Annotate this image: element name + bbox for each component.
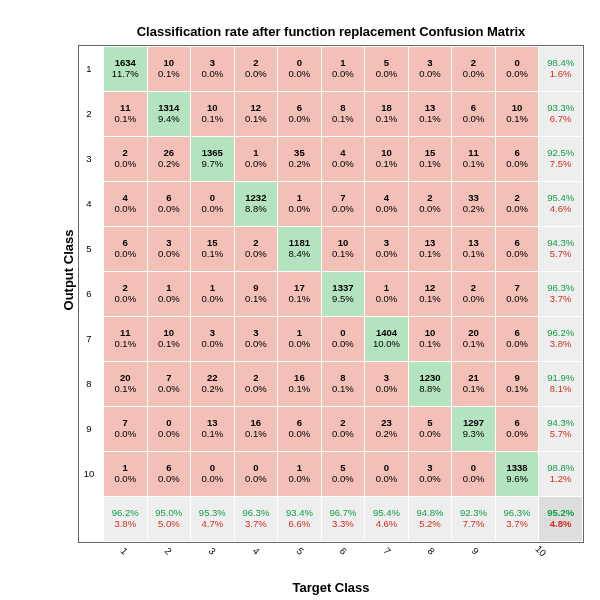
row-summary-cell: 93.3%6.7% [539, 92, 583, 137]
y-axis-label: Output Class [61, 230, 76, 311]
matrix-outer: 1163411.7%100.1%30.0%20.0%00.0%10.0%50.0… [78, 45, 584, 543]
row-summary-cell: 92.5%7.5% [539, 137, 583, 182]
off-diagonal-cell: 30.0% [191, 317, 235, 362]
row-summary-cell: 94.3%5.7% [539, 407, 583, 452]
off-diagonal-cell: 350.2% [278, 137, 322, 182]
off-diagonal-cell: 20.0% [104, 272, 148, 317]
off-diagonal-cell: 70.0% [321, 182, 365, 227]
off-diagonal-cell: 130.1% [408, 227, 452, 272]
row-summary-cell: 95.4%4.6% [539, 182, 583, 227]
y-tick: 2 [79, 92, 104, 137]
off-diagonal-cell: 130.1% [191, 407, 235, 452]
col-summary-cell: 96.3%3.7% [234, 497, 278, 542]
off-diagonal-cell: 60.0% [495, 317, 539, 362]
off-diagonal-cell: 110.1% [452, 137, 496, 182]
confusion-matrix-chart: Classification rate after function repla… [78, 24, 584, 595]
y-tick: 10 [79, 452, 104, 497]
y-tick: 6 [79, 272, 104, 317]
off-diagonal-cell: 130.1% [408, 92, 452, 137]
off-diagonal-cell: 100.1% [147, 47, 191, 92]
off-diagonal-cell: 120.1% [408, 272, 452, 317]
off-diagonal-cell: 60.0% [278, 92, 322, 137]
x-tick: 3 [190, 543, 234, 574]
off-diagonal-cell: 10.0% [321, 47, 365, 92]
off-diagonal-cell: 180.1% [365, 92, 409, 137]
off-diagonal-cell: 130.1% [452, 227, 496, 272]
off-diagonal-cell: 160.1% [234, 407, 278, 452]
off-diagonal-cell: 20.0% [234, 362, 278, 407]
off-diagonal-cell: 30.0% [191, 47, 235, 92]
y-tick: 4 [79, 182, 104, 227]
diagonal-cell: 12328.8% [234, 182, 278, 227]
x-tick-row: 12345678910 [78, 543, 584, 574]
off-diagonal-cell: 00.0% [452, 452, 496, 497]
off-diagonal-cell: 150.1% [408, 137, 452, 182]
row-summary-cell: 98.8%1.2% [539, 452, 583, 497]
off-diagonal-cell: 100.1% [191, 92, 235, 137]
off-diagonal-cell: 20.0% [495, 182, 539, 227]
off-diagonal-cell: 60.0% [495, 227, 539, 272]
off-diagonal-cell: 20.0% [452, 272, 496, 317]
off-diagonal-cell: 20.0% [234, 47, 278, 92]
off-diagonal-cell: 100.1% [147, 317, 191, 362]
off-diagonal-cell: 100.1% [495, 92, 539, 137]
overall-summary-cell: 95.2%4.8% [539, 497, 583, 542]
off-diagonal-cell: 50.0% [321, 452, 365, 497]
off-diagonal-cell: 00.0% [191, 452, 235, 497]
off-diagonal-cell: 10.0% [191, 272, 235, 317]
x-tick: 4 [233, 543, 277, 574]
x-tick: 10 [496, 543, 584, 574]
diagonal-cell: 13149.4% [147, 92, 191, 137]
off-diagonal-cell: 00.0% [365, 452, 409, 497]
row-summary-cell: 91.9%8.1% [539, 362, 583, 407]
y-tick: 5 [79, 227, 104, 272]
x-tick: 1 [102, 543, 146, 574]
off-diagonal-cell: 70.0% [104, 407, 148, 452]
off-diagonal-cell: 20.0% [234, 227, 278, 272]
off-diagonal-cell: 100.1% [321, 227, 365, 272]
off-diagonal-cell: 40.0% [104, 182, 148, 227]
off-diagonal-cell: 30.0% [365, 362, 409, 407]
off-diagonal-cell: 00.0% [147, 407, 191, 452]
off-diagonal-cell: 00.0% [278, 47, 322, 92]
off-diagonal-cell: 230.2% [365, 407, 409, 452]
x-axis-label: Target Class [78, 580, 584, 595]
diagonal-cell: 11818.4% [278, 227, 322, 272]
row-summary-cell: 96.2%3.8% [539, 317, 583, 362]
off-diagonal-cell: 60.0% [147, 182, 191, 227]
y-tick: 3 [79, 137, 104, 182]
off-diagonal-cell: 60.0% [452, 92, 496, 137]
col-summary-cell: 92.3%7.7% [452, 497, 496, 542]
off-diagonal-cell: 80.1% [321, 362, 365, 407]
x-tick: 2 [146, 543, 190, 574]
diagonal-cell: 13379.5% [321, 272, 365, 317]
off-diagonal-cell: 80.1% [321, 92, 365, 137]
off-diagonal-cell: 170.1% [278, 272, 322, 317]
col-summary-cell: 95.4%4.6% [365, 497, 409, 542]
off-diagonal-cell: 160.1% [278, 362, 322, 407]
chart-title: Classification rate after function repla… [78, 24, 584, 39]
diagonal-cell: 140410.0% [365, 317, 409, 362]
col-summary-cell: 96.3%3.7% [495, 497, 539, 542]
off-diagonal-cell: 60.0% [495, 137, 539, 182]
diagonal-cell: 163411.7% [104, 47, 148, 92]
off-diagonal-cell: 150.1% [191, 227, 235, 272]
confusion-matrix-table: 1163411.7%100.1%30.0%20.0%00.0%10.0%50.0… [79, 46, 583, 542]
off-diagonal-cell: 50.0% [365, 47, 409, 92]
col-summary-cell: 96.7%3.3% [321, 497, 365, 542]
x-tick: 7 [365, 543, 409, 574]
col-summary-cell: 95.0%5.0% [147, 497, 191, 542]
x-tick: 9 [453, 543, 497, 574]
off-diagonal-cell: 210.1% [452, 362, 496, 407]
row-summary-cell: 94.3%5.7% [539, 227, 583, 272]
off-diagonal-cell: 330.2% [452, 182, 496, 227]
off-diagonal-cell: 10.0% [278, 452, 322, 497]
off-diagonal-cell: 10.0% [365, 272, 409, 317]
off-diagonal-cell: 70.0% [147, 362, 191, 407]
off-diagonal-cell: 110.1% [104, 92, 148, 137]
off-diagonal-cell: 10.0% [278, 182, 322, 227]
off-diagonal-cell: 120.1% [234, 92, 278, 137]
off-diagonal-cell: 90.1% [495, 362, 539, 407]
off-diagonal-cell: 30.0% [234, 317, 278, 362]
x-tick: 6 [321, 543, 365, 574]
